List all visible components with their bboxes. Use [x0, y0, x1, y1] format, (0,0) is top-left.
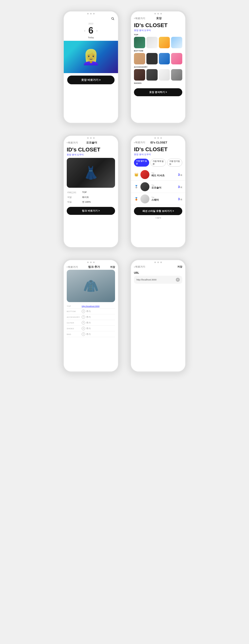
rank-count-num-2: 3: [178, 185, 180, 189]
detail-key-category: 카테고리: [67, 191, 77, 194]
closet-subtitle-3: 옷장 분석 도우미: [64, 153, 118, 158]
rank-item-1[interactable]: 👑 Top 레드 티셔츠 3 회: [131, 168, 185, 181]
rank-count-3: 3 회: [178, 197, 182, 201]
nav-bar-2: ‹ 뒤로가기 옷장: [131, 15, 185, 21]
prev-arrow[interactable]: ‹: [84, 28, 85, 32]
year-label: 2022: [64, 22, 118, 25]
clothes-item[interactable]: [134, 69, 145, 80]
item-image-3: 👗: [67, 158, 115, 188]
link-table: TOP http://localhost:3000 BOTTOM + 추가 AC…: [64, 304, 118, 337]
phone-item-detail: ‹ 뒤로가기 오프숄더 ID's CLOSET 옷장 분석 도우미 👗 카테고리…: [62, 134, 120, 249]
search-icon[interactable]: [111, 17, 115, 20]
screen5-img: 🧥: [67, 270, 115, 302]
url-clear-button[interactable]: ✕: [176, 278, 180, 282]
nav-bar-5: ‹ 뒤로가기 링크 추가 저장: [64, 264, 118, 270]
closet-analyze-button[interactable]: 옷장 분석하기 >: [134, 88, 182, 96]
add-label-bottom: 추가: [86, 310, 91, 313]
clothes-item[interactable]: [159, 53, 170, 64]
cam-dot-2: [90, 137, 92, 139]
clothes-item[interactable]: [134, 37, 145, 48]
filter-most-popular[interactable]: 가장 인기있는: [167, 159, 182, 166]
rank-times-3: 회: [180, 198, 182, 201]
nav-bar-3: ‹ 뒤로가기 오프숄더: [64, 139, 118, 146]
url-section: URL http://localhost:3000 ✕: [131, 270, 185, 286]
clothes-item[interactable]: [171, 37, 182, 48]
nav-bar-4: ‹ 뒤로가기 ID's CLOSET: [131, 139, 185, 145]
link-add-accessory[interactable]: + 추가: [82, 315, 91, 319]
link-add-bottom[interactable]: + 추가: [82, 310, 91, 313]
add-circle-outer: +: [82, 321, 85, 324]
add-label-accessory: 추가: [86, 316, 91, 319]
phone-camera-row: [64, 12, 118, 15]
clothes-row-accessory: [134, 69, 182, 80]
category-top: TOP: [131, 34, 185, 50]
rank-icon-2: 🥈: [134, 185, 138, 188]
link-add-bag[interactable]: + 추가: [82, 332, 91, 336]
closet-goto-button[interactable]: 옷장 바로가기 >: [67, 76, 115, 84]
detail-row-color: 색깔 화이트: [67, 195, 115, 200]
link-add-shoes[interactable]: + 추가: [82, 327, 91, 330]
link-row-shoes: SHOES + 추가: [67, 326, 115, 332]
clothes-item[interactable]: [146, 53, 158, 64]
link-key-accessory: ACCESSORY: [67, 316, 82, 318]
clothes-row-top: [134, 37, 182, 48]
back-button-6[interactable]: ‹ 뒤로가기: [134, 265, 145, 268]
cam-dot-2: [157, 13, 159, 14]
add-label-shoes: 추가: [86, 327, 91, 330]
rank-avatar-3: [140, 194, 149, 204]
back-arrow-6: ‹: [134, 266, 135, 268]
closet-title-4: ID's CLOSET: [131, 145, 185, 153]
rank-item-3[interactable]: 🥉 Top 스웨터 3 회: [131, 193, 185, 205]
phone-camera-row-2: [131, 12, 185, 15]
clothes-item[interactable]: [159, 69, 170, 80]
rank-cat-3: Top: [151, 196, 176, 198]
fashion-placeholder: 👱‍♀️: [64, 41, 118, 73]
clothes-item[interactable]: [159, 37, 170, 48]
filter-tabs: 가장 많이 입은 가장 적게 입은 가장 인기있는: [131, 158, 185, 168]
item-details-3: 카테고리 TOP 색깔 화이트 재질 면 100%: [64, 190, 118, 204]
save-button-5[interactable]: 저장: [110, 265, 115, 269]
add-circle-shoes: +: [82, 327, 85, 330]
fashion-type-button[interactable]: 패션 스타일 유형 보러가기 >: [134, 207, 182, 215]
back-label-6: 뒤로가기: [135, 265, 145, 268]
add-circle-accessory: +: [82, 315, 85, 319]
url-input-row[interactable]: http://localhost:3000 ✕: [134, 276, 182, 284]
rank-name-1: 레드 티셔츠: [151, 174, 176, 177]
rank-avatar-1: [140, 170, 149, 179]
nav-title-3: 오프숄더: [86, 141, 97, 144]
link-val-top[interactable]: http://localhost:3000: [82, 305, 100, 307]
back-button-3[interactable]: ‹ 뒤로가기: [67, 141, 78, 144]
closet-subtitle-2: 옷장 분석 도우미: [131, 29, 185, 34]
clothes-item[interactable]: [134, 53, 145, 64]
back-button-4[interactable]: ‹ 뒤로가기: [134, 141, 145, 144]
phone-link-add: ‹ 뒤로가기 링크 추가 저장 🧥 TOP http://localhost:3…: [62, 258, 120, 373]
url-input-text[interactable]: http://localhost:3000: [136, 278, 174, 281]
rank-times-1: 회: [180, 174, 182, 176]
filter-most-worn[interactable]: 가장 많이 입은: [134, 159, 149, 166]
clothes-item[interactable]: [171, 53, 182, 64]
back-button-5[interactable]: ‹ 뒤로가기: [67, 265, 78, 269]
rank-info-3: Top 스웨터: [151, 196, 176, 202]
phone-camera-row-6: [131, 260, 185, 264]
add-circle-bag: +: [82, 332, 85, 336]
category-accessory: ACCESSORY: [131, 66, 185, 82]
url-label: URL: [134, 272, 182, 274]
filter-least-worn[interactable]: 가장 적게 입은: [150, 159, 166, 166]
link-row-bottom: BOTTOM + 추가: [67, 308, 115, 314]
clothes-item[interactable]: [171, 69, 182, 80]
back-arrow-5: ‹: [67, 266, 68, 268]
back-button-2[interactable]: ‹ 뒤로가기: [134, 17, 145, 20]
camera-dot-3: [93, 13, 95, 14]
link-add-outer[interactable]: + 추가: [82, 321, 91, 324]
clothes-item[interactable]: [146, 69, 158, 80]
link-goto-button[interactable]: 링크 바로가기 >: [67, 207, 115, 215]
next-arrow[interactable]: ›: [96, 28, 98, 32]
link-key-bag: BAG: [67, 333, 82, 336]
rank-icon-3: 🥉: [134, 197, 138, 201]
rank-item-2[interactable]: 🥈 Top 오프숄더 3 회: [131, 181, 185, 193]
clothes-item[interactable]: [146, 37, 158, 48]
closet-title-3: ID's CLOSET: [64, 146, 118, 153]
rank-count-2: 3 회: [178, 185, 182, 189]
cam-dot-3: [93, 262, 95, 263]
save-button-6[interactable]: 저장: [177, 265, 182, 268]
